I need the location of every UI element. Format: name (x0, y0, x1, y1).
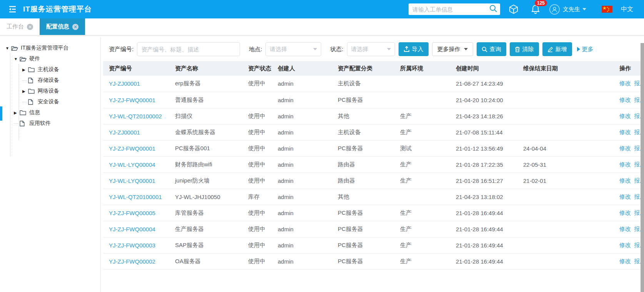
search-icon (482, 46, 487, 52)
table-row: YJ-WL-LYQ00004 财务部路由wifi 使用中 admin 路由器 生… (103, 156, 644, 173)
col-warranty-end: 维保结束日期 (517, 61, 614, 76)
asset-name-cell: 金蝶系统服务器 (169, 124, 242, 140)
environment-cell (394, 76, 450, 92)
row-actions: 修改报废 (614, 253, 644, 269)
tree-node[interactable]: 应用软件 (0, 118, 100, 129)
tree-node[interactable]: 存储设备 (0, 75, 100, 86)
row-actions: 修改报废 (614, 108, 644, 124)
status-select[interactable]: 请选择 (347, 42, 395, 56)
location-select[interactable]: 请选择 (265, 42, 321, 56)
tree-node[interactable]: ▶ 信息 (0, 107, 100, 118)
query-button[interactable]: 查询 (477, 42, 506, 56)
warranty-end-cell (517, 108, 614, 124)
warranty-end-cell (517, 221, 614, 237)
select-placeholder: 请选择 (270, 46, 287, 53)
row-action-link[interactable]: 修改 (619, 209, 631, 216)
asset-name-cell: 普通服务器 (169, 92, 242, 108)
more-link[interactable]: 更多 (577, 46, 594, 53)
tree-arrow-icon[interactable]: ▶ (22, 89, 28, 93)
tab-config-info[interactable]: 配置信息 ✕ (40, 18, 85, 35)
row-action-link[interactable]: 修改 (619, 129, 631, 135)
created-time-cell: 21-01-28 16:49:44 (450, 205, 517, 221)
add-button[interactable]: 新增 (542, 42, 572, 56)
notification-bell-icon[interactable]: 125 (531, 4, 540, 14)
asset-id-link[interactable]: YJ-ZJ-FWQ00003 (109, 242, 155, 249)
more-operations-button[interactable]: 更多操作 (432, 42, 473, 56)
asset-status-cell: 使用中 (242, 221, 272, 237)
clear-button[interactable]: 清除 (510, 42, 539, 56)
tree-arrow-icon[interactable]: ▼ (14, 57, 20, 61)
asset-status-cell (242, 92, 272, 108)
avatar[interactable] (549, 4, 560, 15)
tree-node[interactable]: ▶ 主机设备 (0, 64, 100, 75)
china-flag-icon[interactable]: ★ ★ ★ ★ ★ (602, 6, 612, 13)
category-cell: 主机设备 (332, 124, 394, 140)
tab-bar: 工作台 ✕ 配置信息 ✕ (0, 18, 644, 36)
row-action-link[interactable]: 修改 (619, 177, 631, 184)
col-asset-name: 资产名称 (169, 61, 242, 76)
search-icon[interactable] (489, 4, 497, 14)
col-actions: 操作 (614, 61, 644, 76)
tree-arrow-icon[interactable] (14, 123, 18, 124)
main-panel: 资产编号: 地点: 请选择 状态: 请选择 导入 更多操作 (101, 37, 644, 292)
table-row: YJ-ZJ-FWQ00001 普通服务器 admin PC服务器 21-04-2… (103, 92, 644, 108)
asset-id-link[interactable]: YJ-ZJ-FWQ00001 (109, 97, 155, 103)
created-time-cell: 21-08-27 14:23:49 (450, 76, 517, 92)
tree-arrow-icon[interactable] (22, 102, 27, 102)
order-search-input[interactable] (412, 6, 489, 13)
asset-no-input[interactable] (137, 42, 240, 56)
asset-id-link[interactable]: YJ-ZJ-FWQ00002 (109, 258, 155, 265)
table-row: YJ-ZJ-FWQ00002 OA服务器 使用中 admin PC服务器 生产 … (103, 253, 644, 269)
tree-node[interactable]: ▶ 网络设备 (0, 86, 100, 96)
asset-id-link[interactable]: YJ-WL-LYQ00004 (109, 161, 155, 168)
asset-id-link[interactable]: YJ-ZJ00001 (109, 129, 140, 136)
category-cell: 其他 (332, 189, 394, 205)
asset-id-link[interactable]: YJ-ZJ-FWQ00001 (109, 145, 155, 152)
table-row: YJ-ZJ00001 erp服务器 使用中 admin 主机设备 21-08-2… (103, 76, 644, 92)
tab-workbench[interactable]: 工作台 ✕ (0, 18, 40, 35)
tree-node[interactable]: ▼ 硬件 (0, 53, 100, 64)
language-switcher[interactable]: 中文 (621, 5, 633, 13)
row-action-link[interactable]: 修改 (619, 226, 631, 232)
asset-name-cell: YJ-WL-JHJ10050 (169, 189, 242, 205)
row-action-link[interactable]: 修改 (619, 193, 631, 200)
row-action-link[interactable]: 修改 (619, 96, 631, 103)
upload-icon (404, 46, 410, 52)
row-action-link[interactable]: 修改 (619, 80, 631, 86)
warranty-end-cell (517, 92, 614, 108)
import-button[interactable]: 导入 (399, 42, 429, 56)
asset-name-cell: erp服务器 (169, 76, 242, 92)
user-menu[interactable]: 文先生 (563, 6, 586, 13)
tree-arrow-icon[interactable]: ▼ (5, 46, 11, 50)
category-cell: PC服务器 (332, 253, 394, 269)
asset-id-link[interactable]: YJ-WL-QT20100002 (109, 113, 162, 119)
row-action-link[interactable]: 修改 (619, 113, 631, 119)
asset-id-link[interactable]: YJ-WL-LYQ00001 (109, 178, 155, 184)
row-action-link[interactable]: 修改 (619, 145, 631, 151)
tree-arrow-icon[interactable] (22, 80, 27, 81)
creator-cell: admin (272, 173, 332, 189)
close-icon[interactable]: ✕ (72, 24, 78, 30)
asset-id-link[interactable]: YJ-ZJ-FWQ00004 (109, 226, 155, 232)
tree-node[interactable]: ▼ IT服务运营管理平台 (0, 43, 100, 53)
vertical-scrollbar[interactable] (641, 43, 644, 292)
row-action-link[interactable]: 修改 (619, 242, 631, 248)
creator-cell: admin (272, 253, 332, 269)
sidebar-tree: ▼ IT服务运营管理平台 ▼ 硬件 ▶ 主机设备 存储设备 ▶ 网络设备 安全设… (0, 43, 100, 129)
asset-id-link[interactable]: YJ-ZJ00001 (109, 80, 140, 87)
asset-status-cell: 使用中 (242, 108, 272, 124)
row-action-link[interactable]: 修改 (619, 161, 631, 168)
tree-node[interactable]: 安全设备 (0, 96, 100, 107)
asset-id-link[interactable]: YJ-ZJ-FWQ00005 (109, 210, 155, 216)
row-action-link[interactable]: 修改 (619, 258, 631, 264)
tree-arrow-icon[interactable]: ▶ (22, 68, 28, 72)
asset-id-link[interactable]: YJ-WL-QT20100001 (109, 194, 162, 200)
close-icon[interactable]: ✕ (27, 24, 33, 30)
table-row: YJ-ZJ-FWQ00001 PC服务器001 使用中 admin PC服务器 … (103, 140, 644, 156)
cube-icon[interactable] (509, 4, 519, 14)
menu-fold-icon[interactable] (8, 5, 17, 13)
category-cell: 其他 (332, 108, 394, 124)
asset-name-cell: 库管服务器 (169, 205, 242, 221)
chevron-down-icon (464, 48, 468, 50)
file-icon (28, 77, 35, 83)
